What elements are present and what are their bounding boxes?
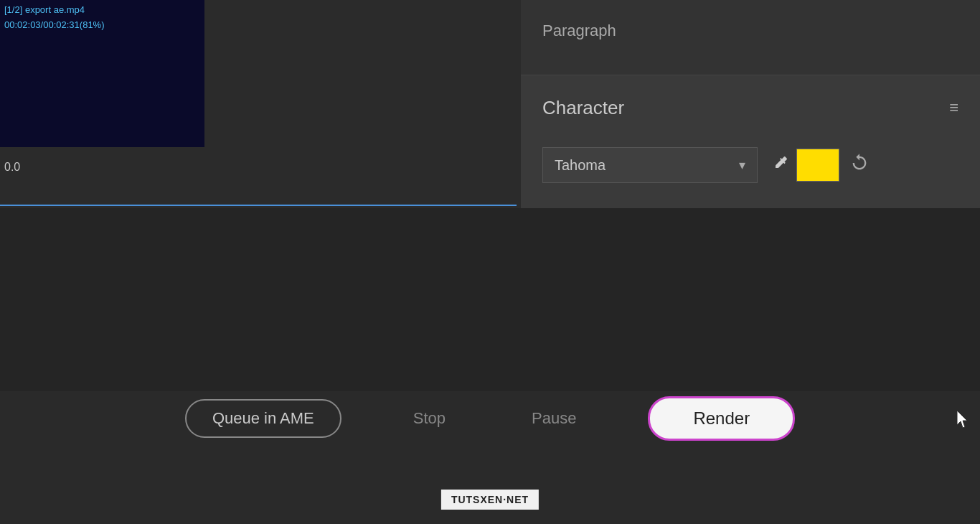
watermark: TUTSXEN·NET [441,490,539,510]
paragraph-label: Paragraph [542,22,616,40]
export-info: [1/2] export ae.mp4 00:02:03/00:02:31(81… [0,0,109,36]
bottom-toolbar: Queue in AME Stop Pause Render [0,391,980,445]
character-header: Character ≡ [521,75,980,140]
timeline-line [0,205,517,206]
menu-icon[interactable]: ≡ [949,98,958,117]
pause-button[interactable]: Pause [517,401,590,436]
timecode: 0.0 [0,158,24,177]
font-name: Tahoma [555,157,732,174]
font-row: Tahoma ▾ [521,140,980,190]
font-dropdown[interactable]: Tahoma ▾ [542,147,758,183]
chevron-down-icon: ▾ [739,157,745,173]
character-label: Character [542,97,624,119]
character-section: Character ≡ Tahoma ▾ [521,75,980,212]
export-line2: 00:02:03/00:02:31(81%) [4,18,105,33]
eyedropper-icon[interactable] [772,154,789,176]
stop-button[interactable]: Stop [399,401,460,436]
render-button[interactable]: Render [648,396,795,441]
reset-icon[interactable] [849,153,870,177]
export-line1: [1/2] export ae.mp4 [4,3,105,18]
paragraph-section: Paragraph [521,0,980,75]
color-swatch[interactable] [796,149,839,182]
queue-in-ame-button[interactable]: Queue in AME [185,399,341,438]
bottom-footer [0,445,980,524]
